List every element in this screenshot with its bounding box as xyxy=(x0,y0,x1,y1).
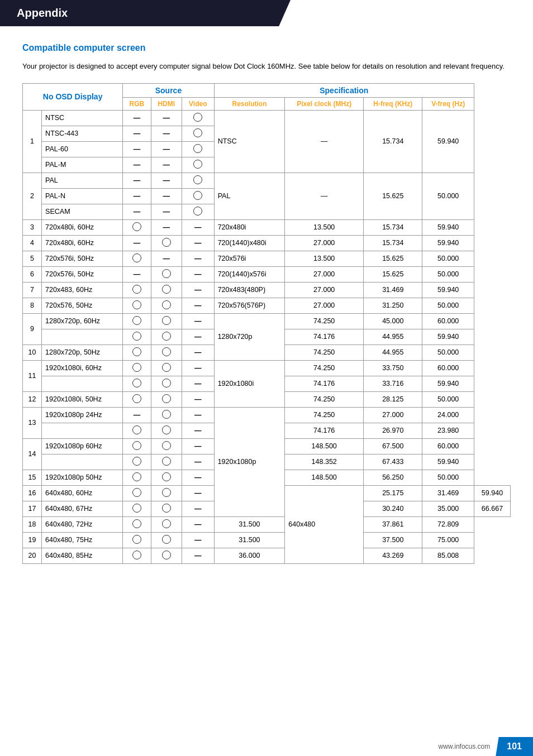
osd-display: 1920x1080p 50Hz xyxy=(42,470,123,485)
hdmi-cell xyxy=(151,423,182,438)
hdmi-cell xyxy=(151,329,182,344)
video-cell: — xyxy=(182,219,214,235)
osd-display xyxy=(42,329,123,344)
rgb-cell xyxy=(123,313,151,329)
pixel-clock-cell: 27.000 xyxy=(285,282,364,298)
resolution-cell: 720x576(576P) xyxy=(214,298,285,313)
osd-display: 1280x720p, 50Hz xyxy=(42,344,123,360)
pixel-clock-cell: 74.176 xyxy=(285,376,364,391)
specification-header: Specification xyxy=(214,83,474,97)
table-row: 91280x720p, 60Hz—1280x720p74.25045.00060… xyxy=(23,313,511,329)
hdmi-cell xyxy=(151,470,182,485)
vfreq-cell: 59.940 xyxy=(422,235,474,251)
vfreq-cell: 50.000 xyxy=(422,266,474,282)
rgb-cell xyxy=(123,485,151,501)
hdmi-cell: — xyxy=(151,141,182,157)
rgb-cell xyxy=(123,423,151,438)
appendix-banner: Appendix xyxy=(0,0,291,26)
vfreq-cell: 50.000 xyxy=(422,298,474,313)
video-cell: — xyxy=(182,532,214,548)
video-cell: — xyxy=(182,344,214,360)
video-cell: — xyxy=(182,360,214,376)
table-row: 6720x576i, 50Hz——720(1440)x576i27.00015.… xyxy=(23,266,511,282)
row-number: 7 xyxy=(23,282,42,298)
table-row: 7720x483, 60Hz—720x483(480P)27.00031.469… xyxy=(23,282,511,298)
hfreq-cell: 15.625 xyxy=(364,251,422,266)
video-cell: — xyxy=(182,313,214,329)
osd-display: 640x480, 75Hz xyxy=(42,532,123,548)
table-row: 111920x1080i, 60Hz—1920x1080i74.25033.75… xyxy=(23,360,511,376)
hfreq-cell: 15.625 xyxy=(364,266,422,282)
vfreq-cell: 72.809 xyxy=(422,516,474,532)
row-number: 10 xyxy=(23,344,42,360)
hdmi-cell xyxy=(151,485,182,501)
resolution-cell: 1920x1080p xyxy=(214,407,285,516)
row-number: 14 xyxy=(23,438,42,470)
vfreq-header: V-freq (Hz) xyxy=(422,97,474,110)
hdmi-cell: — xyxy=(151,126,182,141)
table-row: 3720x480i, 60Hz——720x480i13.50015.73459.… xyxy=(23,219,511,235)
pixel-clock-cell: 148.500 xyxy=(285,438,364,454)
hfreq-cell: 44.955 xyxy=(364,329,422,344)
hfreq-cell: 31.469 xyxy=(364,282,422,298)
pixel-clock-cell: 30.240 xyxy=(364,501,422,516)
row-number: 8 xyxy=(23,298,42,313)
rgb-header: RGB xyxy=(123,97,151,110)
hdmi-cell xyxy=(151,438,182,454)
row-number: 18 xyxy=(23,516,42,532)
resolution-header: Resolution xyxy=(214,97,285,110)
vfreq-cell: 50.000 xyxy=(422,344,474,360)
rgb-cell: — xyxy=(123,157,151,173)
pixel-clock-cell: 74.176 xyxy=(285,423,364,438)
video-cell: — xyxy=(182,391,214,407)
osd-display: 720x576, 50Hz xyxy=(42,298,123,313)
video-cell xyxy=(182,110,214,126)
row-number: 3 xyxy=(23,219,42,235)
vfreq-cell: 59.940 xyxy=(422,282,474,298)
osd-display: 1280x720p, 60Hz xyxy=(42,313,123,329)
row-number: 9 xyxy=(23,313,42,344)
rgb-cell: — xyxy=(123,407,151,423)
pixel-clock-cell: 74.250 xyxy=(285,344,364,360)
pixel-clock-cell: 13.500 xyxy=(285,219,364,235)
hfreq-cell: 37.861 xyxy=(364,516,422,532)
hdmi-cell xyxy=(151,376,182,391)
footer-page-number: 101 xyxy=(496,737,533,756)
row-number: 5 xyxy=(23,251,42,266)
row-number: 13 xyxy=(23,407,42,438)
hfreq-cell: 15.625 xyxy=(364,173,422,219)
osd-display: NTSC-443 xyxy=(42,126,123,141)
resolution-cell: 720(1440)x576i xyxy=(214,266,285,282)
hdmi-cell xyxy=(151,313,182,329)
hdmi-cell xyxy=(151,360,182,376)
video-cell: — xyxy=(182,454,214,470)
hdmi-cell: — xyxy=(151,251,182,266)
pixel-clock-cell: — xyxy=(285,173,364,219)
hdmi-cell xyxy=(151,501,182,516)
footer-bar: www.infocus.com 101 xyxy=(439,737,533,756)
vfreq-cell: 59.940 xyxy=(422,110,474,173)
table-row: 19640x480, 75Hz—31.50037.50075.000 xyxy=(23,532,511,548)
vfreq-cell: 59.940 xyxy=(422,329,474,344)
pixel-clock-cell: 74.250 xyxy=(285,391,364,407)
osd-display: 1920x1080i, 50Hz xyxy=(42,391,123,407)
osd-display: 720x576i, 50Hz xyxy=(42,251,123,266)
no-osd-display-header: No OSD Display xyxy=(23,83,123,110)
pixel-clock-cell: 74.176 xyxy=(285,329,364,344)
video-cell: — xyxy=(182,423,214,438)
resolution-cell: 720x480i xyxy=(214,219,285,235)
hfreq-cell: 31.469 xyxy=(422,485,474,501)
table-row: 131920x1080p 24Hz——1920x1080p74.25027.00… xyxy=(23,407,511,423)
resolution-cell: 1920x1080i xyxy=(214,360,285,407)
vfreq-cell: 60.000 xyxy=(422,313,474,329)
video-cell: — xyxy=(182,485,214,501)
pixel-clock-cell: 148.352 xyxy=(285,454,364,470)
table-row: 5720x576i, 50Hz——720x576i13.50015.62550.… xyxy=(23,251,511,266)
osd-display: 1920x1080i, 60Hz xyxy=(42,360,123,376)
vfreq-cell: 23.980 xyxy=(422,423,474,438)
pixel-clock-cell: 31.500 xyxy=(214,516,285,532)
osd-display: PAL-60 xyxy=(42,141,123,157)
hfreq-cell: 67.500 xyxy=(364,438,422,454)
video-cell: — xyxy=(182,298,214,313)
rgb-cell xyxy=(123,438,151,454)
